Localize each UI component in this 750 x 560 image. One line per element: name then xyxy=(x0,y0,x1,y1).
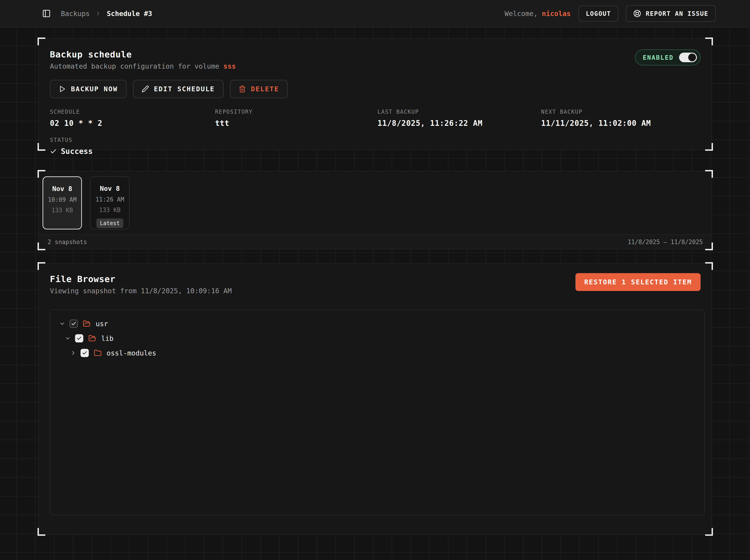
breadcrumb: Backups Schedule #3 xyxy=(61,9,152,18)
snapshot-time: 11:26 AM xyxy=(95,196,124,203)
status-label: STATUS xyxy=(50,137,700,143)
field-value: 11/11/2025, 11:02:00 AM xyxy=(541,119,700,128)
report-issue-label: REPORT AN ISSUE xyxy=(646,10,708,17)
schedule-card-subtitle: Automated backup configuration for volum… xyxy=(50,62,700,70)
check-icon xyxy=(50,148,57,155)
corner-bracket xyxy=(38,528,45,536)
latest-badge: Latest xyxy=(96,218,123,228)
tree-row-lib: lib xyxy=(58,331,696,346)
toggle-switch[interactable] xyxy=(679,53,697,62)
snapshot-date: Nov 8 xyxy=(100,185,120,193)
panel-left-icon xyxy=(42,9,51,18)
delete-button[interactable]: DELETE xyxy=(230,80,288,98)
backup-schedule-card: Backup schedule Automated backup configu… xyxy=(38,38,712,150)
backup-now-label: BACKUP NOW xyxy=(71,85,118,93)
snapshot-count: 2 snapshots xyxy=(47,239,87,245)
enabled-toggle-label: ENABLED xyxy=(643,54,674,61)
snapshot-list: Nov 8 10:09 AM 133 KB Nov 8 11:26 AM 133… xyxy=(39,171,712,235)
username: nicolas xyxy=(542,9,571,18)
sidebar-toggle-button[interactable] xyxy=(41,8,52,19)
volume-name: sss xyxy=(223,62,236,70)
corner-bracket xyxy=(705,143,713,151)
field-value: 11/8/2025, 11:26:22 AM xyxy=(377,119,541,128)
tree-item-name[interactable]: lib xyxy=(101,335,114,342)
corner-bracket xyxy=(705,262,713,270)
snapshots-panel: Nov 8 10:09 AM 133 KB Nov 8 11:26 AM 133… xyxy=(38,171,712,249)
edit-schedule-label: EDIT SCHEDULE xyxy=(154,85,215,93)
checkbox-usr[interactable] xyxy=(70,320,78,328)
play-icon xyxy=(59,85,66,93)
field-schedule: SCHEDULE 02 10 * * 2 xyxy=(50,109,215,128)
tree-row-ossl-modules: ossl-modules xyxy=(58,346,696,360)
field-last-backup: LAST BACKUP 11/8/2025, 11:26:22 AM xyxy=(377,109,541,128)
subtitle-prefix: Automated backup configuration for volum… xyxy=(50,62,223,70)
status-block: STATUS Success xyxy=(50,137,700,156)
chevron-down-icon[interactable] xyxy=(58,320,66,328)
checkbox-lib[interactable] xyxy=(75,334,83,342)
enabled-toggle[interactable]: ENABLED xyxy=(635,49,700,65)
logout-button[interactable]: LOGOUT xyxy=(579,6,618,21)
schedule-card-title: Backup schedule xyxy=(50,49,700,59)
schedule-fields: SCHEDULE 02 10 * * 2 REPOSITORY ttt LAST… xyxy=(50,109,700,128)
welcome-text: Welcome, nicolas xyxy=(505,9,571,18)
backup-now-button[interactable]: BACKUP NOW xyxy=(50,80,126,98)
folder-open-icon xyxy=(88,335,96,342)
corner-bracket xyxy=(38,262,45,270)
field-value: ttt xyxy=(215,119,377,128)
schedule-actions: BACKUP NOW EDIT SCHEDULE DELETE xyxy=(50,80,700,98)
report-issue-button[interactable]: REPORT AN ISSUE xyxy=(626,5,716,22)
folder-icon xyxy=(94,349,102,357)
tree-item-name[interactable]: ossl-modules xyxy=(106,349,156,357)
field-label: LAST BACKUP xyxy=(377,109,541,115)
trash-icon xyxy=(239,85,246,93)
corner-bracket xyxy=(705,38,713,45)
folder-open-icon xyxy=(83,320,91,327)
edit-schedule-button[interactable]: EDIT SCHEDULE xyxy=(133,80,223,98)
status-value: Success xyxy=(50,147,700,156)
file-browser-panel: File Browser Viewing snapshot from 11/8/… xyxy=(38,263,712,535)
logout-button-label: LOGOUT xyxy=(586,10,611,17)
delete-label: DELETE xyxy=(251,85,279,93)
snapshot-time: 10:09 AM xyxy=(48,196,76,203)
field-label: NEXT BACKUP xyxy=(541,109,700,115)
status-text: Success xyxy=(61,147,93,156)
breadcrumb-root[interactable]: Backups xyxy=(61,9,90,18)
lifebuoy-icon xyxy=(633,9,641,17)
top-bar: Backups Schedule #3 Welcome, nicolas LOG… xyxy=(0,0,750,27)
snapshot-size: 133 KB xyxy=(99,206,121,214)
welcome-prefix: Welcome, xyxy=(505,9,542,18)
restore-selected-label: RESTORE 1 SELECTED ITEM xyxy=(584,278,692,286)
corner-bracket xyxy=(38,143,45,151)
snapshots-footer: 2 snapshots 11/8/2025 – 11/8/2025 xyxy=(39,235,712,249)
chevron-right-icon[interactable] xyxy=(69,349,77,357)
chevron-down-icon[interactable] xyxy=(64,334,72,342)
field-next-backup: NEXT BACKUP 11/11/2025, 11:02:00 AM xyxy=(541,109,700,128)
field-repository: REPOSITORY ttt xyxy=(215,109,377,128)
file-tree: usr lib ossl-modules xyxy=(50,309,705,515)
checkbox-ossl-modules[interactable] xyxy=(81,349,89,357)
snapshot-size: 133 KB xyxy=(52,207,73,214)
chevron-right-icon xyxy=(95,11,101,17)
tree-item-name[interactable]: usr xyxy=(96,320,108,328)
toggle-knob xyxy=(688,54,696,61)
breadcrumb-current: Schedule #3 xyxy=(106,9,152,18)
snapshot-date: Nov 8 xyxy=(52,185,72,193)
field-value: 02 10 * * 2 xyxy=(50,119,215,128)
top-bar-right: Welcome, nicolas LOGOUT REPORT AN ISSUE xyxy=(505,5,716,22)
pencil-icon xyxy=(142,85,149,93)
top-bar-left: Backups Schedule #3 xyxy=(41,8,152,19)
field-label: REPOSITORY xyxy=(215,109,377,115)
corner-bracket xyxy=(38,38,45,45)
snapshot-date-range: 11/8/2025 – 11/8/2025 xyxy=(628,239,703,245)
corner-bracket xyxy=(705,528,713,536)
restore-selected-button[interactable]: RESTORE 1 SELECTED ITEM xyxy=(575,273,700,291)
snapshot-card-selected[interactable]: Nov 8 10:09 AM 133 KB xyxy=(43,176,82,229)
tree-row-usr: usr xyxy=(58,316,696,331)
snapshot-card-latest[interactable]: Nov 8 11:26 AM 133 KB Latest xyxy=(90,176,130,229)
field-label: SCHEDULE xyxy=(50,109,215,115)
